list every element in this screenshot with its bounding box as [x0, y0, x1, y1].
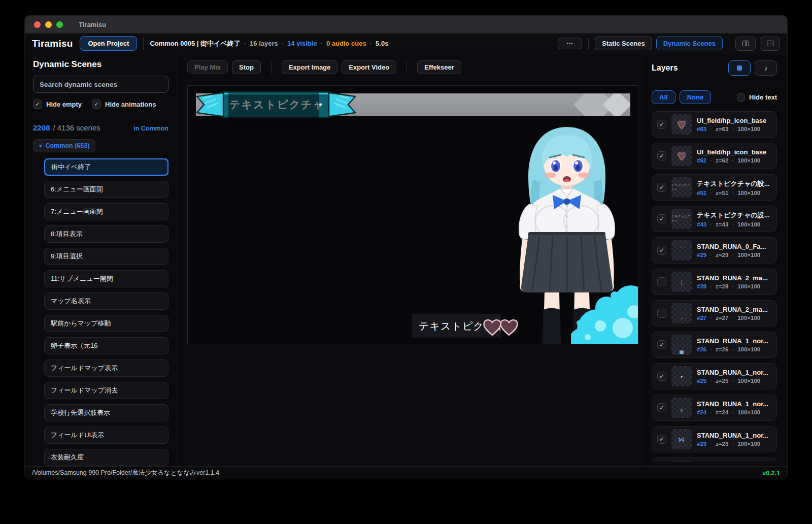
layer-visibility-checkbox[interactable]: [657, 309, 666, 318]
layer-size: 100×100: [732, 315, 760, 321]
scene-list-item[interactable]: マップ名表示: [44, 292, 168, 310]
more-options-button[interactable]: ⋯: [558, 38, 582, 49]
select-none-button[interactable]: None: [680, 90, 712, 104]
layer-row[interactable]: STAND_RUNA_1_nor... #26 z=26 100×100: [652, 332, 777, 358]
layer-thumbnail: [671, 398, 692, 418]
layer-visibility-checkbox[interactable]: [657, 372, 666, 381]
layer-thumbnail: [671, 303, 692, 323]
minimize-window-button[interactable]: [45, 21, 52, 28]
layer-row[interactable]: STAND_RUNA_2_ma... #28 z=28 100×100: [652, 269, 777, 295]
scene-list[interactable]: 街中イベ終了 6:メニュー画面開 7:メニュー画面閉 8:項目表示 9:項目選択: [44, 158, 168, 466]
layer-thumbnail: [671, 272, 692, 292]
layers-view-button[interactable]: [728, 60, 751, 76]
layer-visibility-checkbox[interactable]: [657, 403, 666, 412]
layer-info: STAND_RUNA_1_nor... #26 z=26 100×100: [697, 337, 768, 352]
static-scenes-button[interactable]: Static Scenes: [595, 37, 652, 50]
layer-size: 100×100: [732, 409, 760, 415]
play-mix-button[interactable]: Play Mix: [187, 60, 228, 74]
layer-row[interactable]: UI_field/hp_icon_base #62 z=62 100×100: [652, 143, 777, 169]
layer-visibility-checkbox[interactable]: [657, 183, 666, 192]
effekseer-button[interactable]: Effekseer: [417, 60, 461, 74]
layer-row[interactable]: STAND_RUNA_2_ma... #22 z=22 100×100: [652, 457, 777, 462]
scene-list-item[interactable]: 駅前からマップ移動: [44, 315, 168, 332]
scene-list-item[interactable]: 7:メニュー画面閉: [44, 203, 168, 220]
hide-text-label: Hide text: [749, 93, 777, 101]
scene-list-item[interactable]: 9:項目選択: [44, 248, 168, 265]
project-path: /Volumes/Samsung 990 Pro/Folder/魔法少女るなとな…: [32, 469, 219, 477]
layer-row[interactable]: テキストピクチャの設... #43 z=43 100×100: [652, 206, 777, 232]
layer-z-index: z=23: [710, 441, 728, 447]
open-project-button[interactable]: Open Project: [80, 36, 137, 51]
stop-button[interactable]: Stop: [232, 60, 261, 74]
layer-meta: #25 z=25 100×100: [697, 378, 768, 384]
export-image-button[interactable]: Export Image: [282, 60, 337, 74]
layer-list[interactable]: UI_field/hp_icon_base #63 z=63 100×100 U…: [652, 111, 777, 462]
scene-counts: 2208 / 4136 scenes in Common: [33, 123, 168, 132]
filter-checkbox-row[interactable]: Hide empty: [33, 100, 82, 109]
header-actions: ⋯ Static Scenes Dynamic Scenes: [558, 37, 780, 51]
layer-row[interactable]: STAND_RUNA_2_ma... #27 z=27 100×100: [652, 300, 777, 326]
layer-name: UI_field/hp_icon_base: [697, 117, 766, 124]
scene-list-item[interactable]: 卵子表示（元16: [44, 337, 168, 354]
layer-meta: #29 z=29 100×100: [697, 252, 766, 258]
common-group-toggle[interactable]: Common (653): [33, 139, 95, 152]
in-common-link[interactable]: in Common: [133, 125, 168, 132]
layer-visibility-checkbox[interactable]: [657, 214, 666, 223]
scene-list-item[interactable]: 8:項目表示: [44, 225, 168, 243]
export-video-button[interactable]: Export Video: [342, 60, 396, 74]
layer-row[interactable]: STAND_RUNA_1_nor... #23 z=23 100×100: [652, 426, 777, 452]
scene-list-item[interactable]: フィールドUI表示: [44, 427, 168, 444]
layer-visibility-checkbox[interactable]: [657, 277, 666, 286]
layer-info: STAND_RUNA_2_ma... #28 z=28 100×100: [697, 274, 768, 289]
layer-row[interactable]: STAND_RUNA_0_Fa... #29 z=29 100×100: [652, 237, 777, 264]
layer-visibility-checkbox[interactable]: [657, 246, 666, 255]
layer-thumbnail: [671, 114, 692, 135]
rows-layout-button[interactable]: [760, 37, 780, 51]
layer-thumbnail: [671, 335, 692, 355]
layer-visibility-checkbox[interactable]: [657, 340, 666, 349]
layer-thumbnail: [671, 366, 692, 386]
layer-name: テキストピクチャの設...: [697, 179, 770, 188]
scene-stats: 16 layers 14 visible 0 audio cues 5.0s: [244, 40, 389, 47]
layer-visibility-checkbox[interactable]: [657, 151, 666, 160]
layer-row[interactable]: STAND_RUNA_1_nor... #25 z=25 100×100: [652, 363, 777, 389]
columns-layout-button[interactable]: [735, 37, 756, 51]
layer-id: #28: [697, 283, 706, 289]
select-all-button[interactable]: All: [652, 90, 675, 104]
layer-z-index: z=29: [710, 252, 728, 258]
window-title: Tiramisu: [79, 21, 106, 28]
audio-view-button[interactable]: [755, 60, 777, 76]
scene-item-label: 7:メニュー画面閉: [51, 207, 103, 216]
checkbox[interactable]: [92, 100, 101, 109]
hide-text-checkbox[interactable]: [737, 93, 745, 102]
checkbox[interactable]: [33, 100, 42, 109]
app-version: v0.2.1: [762, 470, 780, 477]
dynamic-scenes-sidebar: Dynamic Scenes Hide empty Hide animation…: [25, 53, 177, 466]
scene-list-item[interactable]: 11:サブメニュー開閉: [44, 270, 168, 287]
layer-row[interactable]: STAND_RUNA_1_nor... #24 z=24 100×100: [652, 395, 777, 421]
layers-panel: Layers All None Hide text UI_: [641, 53, 787, 466]
scene-list-item[interactable]: 衣装耐久度: [44, 449, 168, 466]
hide-text-checkbox-row[interactable]: Hide text: [737, 93, 777, 102]
close-window-button[interactable]: [34, 21, 41, 28]
layer-row[interactable]: テキストピクチャの設... #51 z=51 100×100: [652, 174, 777, 201]
layer-row[interactable]: UI_field/hp_icon_base #63 z=63 100×100: [652, 111, 777, 138]
scene-list-item[interactable]: 街中イベ終了: [44, 158, 168, 176]
layer-visibility-checkbox[interactable]: [657, 120, 666, 129]
dynamic-scenes-button[interactable]: Dynamic Scenes: [656, 37, 723, 50]
scene-list-item[interactable]: 学校行先選択肢表示: [44, 404, 168, 421]
layer-size: 100×100: [732, 221, 760, 227]
scene-item-label: 卵子表示（元16: [51, 341, 97, 350]
scene-list-item[interactable]: フィールドマップ消去: [44, 382, 168, 399]
layer-size: 100×100: [732, 126, 760, 132]
layer-visibility-checkbox[interactable]: [657, 435, 666, 444]
scene-preview-canvas[interactable]: テキストピクチャ: [187, 85, 638, 344]
rows-icon: [767, 41, 773, 46]
scene-item-label: フィールドマップ消去: [51, 386, 118, 395]
layer-info: テキストピクチャの設... #43 z=43 100×100: [697, 211, 770, 227]
scene-list-item[interactable]: 6:メニュー画面開: [44, 181, 168, 198]
zoom-window-button[interactable]: [56, 21, 63, 28]
filter-checkbox-row[interactable]: Hide animations: [92, 100, 156, 109]
search-input[interactable]: [33, 76, 168, 93]
scene-list-item[interactable]: フィールドマップ表示: [44, 359, 168, 377]
